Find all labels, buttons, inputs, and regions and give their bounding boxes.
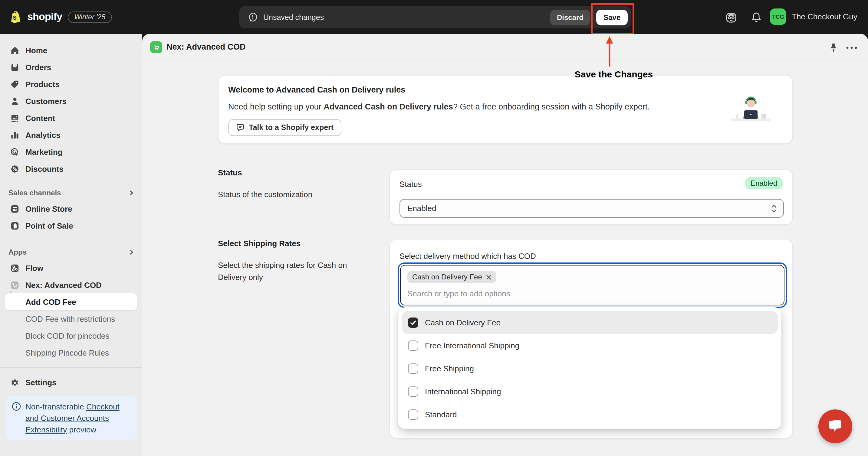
welcome-title: Welcome to Advanced Cash on Delivery rul… — [228, 85, 405, 94]
user-name: The Checkout Guy — [792, 12, 858, 21]
shipping-section-description: Select the shipping rates for Cash on De… — [218, 259, 360, 284]
discard-button[interactable]: Discard — [550, 9, 590, 25]
pin-icon[interactable] — [828, 42, 839, 53]
person-icon — [10, 96, 19, 105]
main-content: Nex: Advanced COD Welcome to Advanced Ca… — [142, 34, 868, 456]
shopify-admin-window: S shopify Winter '25 Unsaved changes Dis… — [0, 0, 868, 456]
sidekick-assistant-icon[interactable] — [725, 11, 737, 24]
sidebar-item-online-store[interactable]: Online Store — [0, 200, 142, 217]
app-icon — [150, 41, 162, 53]
pos-icon — [10, 221, 19, 230]
notice-suffix: preview — [67, 425, 96, 434]
selected-option-chip[interactable]: Cash on Delivery Fee — [407, 271, 497, 283]
checkbox[interactable] — [408, 363, 418, 373]
discount-badge-icon — [10, 164, 19, 173]
unsaved-changes-banner: Unsaved changes Discard Save — [239, 6, 631, 28]
orders-icon — [10, 63, 19, 72]
release-badge: Winter '25 — [67, 11, 112, 23]
sidebar-section-sales-channels[interactable]: Sales channels — [0, 186, 142, 200]
status-section-description: Status of the customization — [218, 189, 312, 201]
chevron-right-icon — [128, 189, 135, 197]
annotation-text: Save the Changes — [575, 69, 653, 79]
sidebar-item-discounts[interactable]: Discounts — [0, 160, 142, 177]
chat-speech-bubble-icon — [828, 419, 843, 434]
option-international-shipping[interactable]: International Shipping — [402, 380, 778, 403]
image-icon — [10, 113, 19, 123]
unsaved-changes-text: Unsaved changes — [263, 13, 550, 22]
delivery-method-multiselect[interactable]: Cash on Delivery Fee Search or type to a… — [398, 262, 787, 308]
sidebar-item-flow[interactable]: Flow — [0, 259, 142, 276]
option-standard[interactable]: Standard — [402, 403, 778, 426]
kebab-menu-icon[interactable] — [845, 42, 858, 53]
checkbox[interactable] — [408, 386, 418, 396]
storefront-icon — [10, 204, 19, 213]
sidebar-item-settings[interactable]: Settings — [0, 374, 142, 391]
cart-app-icon — [10, 280, 19, 289]
option-cash-on-delivery-fee[interactable]: Cash on Delivery Fee — [402, 311, 778, 334]
alert-icon — [248, 12, 258, 22]
bar-chart-icon — [10, 130, 19, 139]
chat-bubble-icon — [236, 123, 245, 132]
status-section-heading: Status — [218, 168, 242, 177]
status-label: Status — [400, 180, 422, 189]
multiselect-search-input[interactable]: Search or type to add options — [407, 289, 777, 298]
app-page-header: Nex: Advanced COD — [142, 34, 868, 61]
sidebar-item-analytics[interactable]: Analytics — [0, 126, 142, 143]
topbar: S shopify Winter '25 Unsaved changes Dis… — [0, 0, 868, 34]
chat-widget-button[interactable] — [818, 410, 852, 443]
delivery-method-label: Select delivery method which has COD — [400, 252, 536, 261]
option-free-shipping[interactable]: Free Shipping — [402, 357, 778, 380]
notice-prefix: Non-transferable — [25, 402, 86, 411]
option-free-international-shipping[interactable]: Free International Shipping — [402, 334, 778, 357]
shipping-section-heading: Select Shipping Rates — [218, 239, 301, 248]
checkbox[interactable] — [408, 409, 418, 419]
delivery-method-dropdown: Cash on Delivery Fee Free International … — [398, 307, 781, 429]
sidebar-item-cod-fee-with-restrictions[interactable]: COD Fee with restrictions — [0, 310, 142, 327]
sidebar-item-content[interactable]: Content — [0, 109, 142, 126]
checkbox[interactable] — [408, 340, 418, 351]
remove-chip-icon[interactable] — [486, 274, 492, 280]
flow-icon — [10, 263, 19, 272]
sidebar-divider — [0, 367, 142, 368]
notifications-bell-icon[interactable] — [751, 11, 763, 24]
checkbox[interactable] — [408, 317, 418, 327]
save-button[interactable]: Save — [596, 9, 628, 25]
sidebar-item-shipping-pincode-rules[interactable]: Shipping Pincode Rules — [0, 344, 142, 361]
user-menu[interactable]: TCG The Checkout Guy — [770, 8, 858, 25]
sidebar-item-point-of-sale[interactable]: Point of Sale — [0, 217, 142, 234]
tag-icon — [10, 79, 19, 89]
gear-icon — [10, 378, 19, 387]
status-select[interactable]: Enabled — [400, 199, 784, 218]
info-icon — [11, 401, 21, 435]
sidebar-item-home[interactable]: Home — [0, 42, 142, 59]
support-person-illustration — [730, 94, 772, 123]
home-icon — [10, 46, 19, 55]
welcome-card: Welcome to Advanced Cash on Delivery rul… — [218, 75, 793, 144]
sidebar-item-orders[interactable]: Orders — [0, 59, 142, 75]
status-card: Status Enabled Enabled — [389, 169, 793, 225]
select-caret-icon — [771, 203, 777, 213]
target-cursor-icon — [10, 147, 19, 156]
shopify-wordmark: shopify — [27, 11, 62, 23]
page-title: Nex: Advanced COD — [166, 42, 246, 52]
talk-to-expert-button[interactable]: Talk to a Shopify expert — [228, 119, 341, 136]
sidebar-section-apps[interactable]: Apps — [0, 245, 142, 259]
sidebar-item-block-cod-for-pincodes[interactable]: Block COD for pincodes — [0, 327, 142, 344]
shopify-bag-icon: S — [10, 10, 22, 24]
status-badge: Enabled — [745, 177, 783, 189]
extensibility-notice: Non-transferable Checkout and Customer A… — [5, 396, 137, 440]
sidebar-item-marketing[interactable]: Marketing — [0, 143, 142, 160]
sidebar-item-add-cod-fee[interactable]: Add COD Fee — [5, 293, 137, 310]
shopify-logo[interactable]: S shopify Winter '25 — [10, 0, 112, 34]
svg-text:S: S — [13, 15, 17, 21]
avatar: TCG — [770, 8, 786, 25]
sidebar: Home Orders Products Customers Content A… — [0, 34, 142, 456]
sidebar-item-customers[interactable]: Customers — [0, 93, 142, 109]
welcome-body: Need help setting up your Advanced Cash … — [228, 102, 650, 111]
sidebar-item-products[interactable]: Products — [0, 75, 142, 93]
chevron-right-icon — [128, 249, 135, 256]
